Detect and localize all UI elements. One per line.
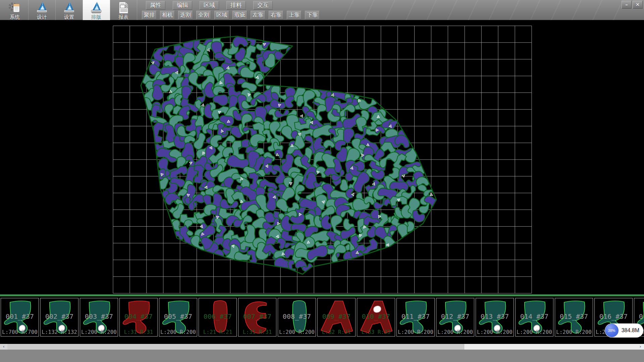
part-lr-count: L:31 R:31 — [238, 329, 276, 335]
minimize-button[interactable]: – — [622, 1, 632, 9]
main-button-label: 设置 — [64, 14, 74, 20]
menu-button-区域[interactable]: 区域 — [200, 1, 219, 10]
main-button-label: 系统 — [10, 14, 20, 20]
part-name: 008_#37 — [278, 312, 316, 320]
part-lr-count: L:200 R:200 — [159, 329, 197, 335]
part-tile-003_#37[interactable]: 003_#37 L:200 R:200 — [80, 298, 118, 337]
part-lr-count: L:31 R:31 — [120, 329, 157, 335]
tool-button-选割[interactable]: 选割 — [178, 11, 193, 19]
part-name: 012_#37 — [436, 312, 474, 320]
progress-circle: 38% — [605, 324, 619, 337]
part-name: 016_#37 — [595, 312, 632, 320]
part-tile-004_#37[interactable]: 004_#37 L:31 R:31 — [119, 298, 158, 337]
main-button-label: 排版 — [91, 14, 101, 20]
part-lr-count: L:32 R:31 — [318, 329, 355, 335]
settings-ruler-icon — [63, 2, 75, 14]
part-tile-007_#37[interactable]: 007_#37 L:31 R:31 — [238, 298, 276, 337]
main-toolbar: 系统 设计 设置 排版 报表 — [1, 0, 137, 20]
part-lr-count: L:700 R:700 — [1, 329, 39, 335]
nesting-ruler-icon — [90, 2, 103, 14]
memory-badge: 38% 384.8M — [605, 323, 643, 338]
defect-hole — [374, 306, 381, 313]
part-lr-count: L:21 R:21 — [199, 329, 236, 335]
parts-strip: 001_#37 L:700 R:700 002_#37 L:132 R:132 … — [0, 295, 644, 339]
part-tile-015_#37[interactable]: 015_#37 L:200 R:200 — [555, 298, 593, 337]
tool-button-聚排[interactable]: 聚排 — [142, 11, 157, 19]
part-tile-002_#37[interactable]: 002_#37 L:132 R:132 — [40, 298, 78, 337]
strip-accent-line — [0, 295, 644, 296]
part-name: 004_#37 — [120, 312, 157, 320]
part-lr-count: L:132 R:132 — [41, 329, 78, 335]
design-ruler-icon — [36, 2, 48, 14]
part-lr-count: L:200 R:200 — [516, 329, 553, 335]
part-name: 007_#37 — [238, 312, 276, 320]
part-name: 009_#37 — [318, 312, 355, 320]
part-tile-014_#37[interactable]: 014_#37 L:200 R:200 — [515, 298, 553, 337]
horizontal-scrollbar[interactable]: ‹ › — [0, 344, 644, 350]
close-button[interactable]: ✕ — [633, 1, 643, 9]
part-tile-012_#37[interactable]: 012_#37 L:200 R:200 — [436, 298, 474, 337]
part-lr-count: L:200 R:200 — [397, 329, 434, 335]
part-name: 011_#37 — [397, 312, 434, 320]
part-tile-008_#37[interactable]: 008_#37 L:200 R:200 — [278, 298, 316, 337]
parts-tile-list: 001_#37 L:700 R:700 002_#37 L:132 R:132 … — [1, 298, 644, 337]
part-name: 015_#37 — [555, 312, 593, 320]
part-name: 013_#37 — [476, 312, 514, 320]
memory-value: 384.8M — [622, 327, 639, 334]
tool-button-上靠[interactable]: 上靠 — [287, 11, 302, 19]
menu-button-交互[interactable]: 交互 — [253, 1, 273, 10]
scroll-left-button[interactable]: ‹ — [0, 344, 7, 350]
menu-bar: 属性编辑区域排料交互 — [146, 1, 280, 10]
part-tile-011_#37[interactable]: 011_#37 L:200 R:200 — [396, 298, 435, 337]
nesting-layout-drawing — [0, 20, 644, 295]
main-button-设计[interactable]: 设计 — [29, 0, 56, 20]
window-controls: – ✕ — [622, 1, 643, 9]
tool-button-区域[interactable]: 区域 — [214, 11, 229, 19]
part-lr-count: L:200 R:200 — [80, 329, 118, 335]
part-name: 001_#37 — [1, 312, 39, 320]
part-name: 005_#37 — [159, 312, 197, 320]
part-tile-005_#37[interactable]: 005_#37 L:200 R:200 — [159, 298, 197, 337]
tool-bar: 聚排相机选割全割区域瑕疵左靠右靠上靠下靠 — [142, 11, 323, 19]
main-button-报表[interactable]: 报表 — [110, 0, 137, 20]
scrollbar-thumb[interactable] — [7, 344, 464, 350]
part-lr-count: L:200 R:200 — [555, 329, 593, 335]
part-name: 002_#37 — [41, 312, 78, 320]
part-lr-count: L:33 R:33 — [357, 329, 395, 335]
part-lr-count: L:200 R:200 — [436, 329, 474, 335]
ribbon-toolbar: 系统 设计 设置 排版 报表 属性编辑区域排料交互 — [0, 0, 644, 20]
tool-button-相机[interactable]: 相机 — [160, 11, 175, 19]
menu-button-编辑[interactable]: 编辑 — [173, 1, 192, 10]
main-button-label: 报表 — [118, 14, 128, 20]
main-button-label: 设计 — [37, 14, 47, 20]
part-lr-count: L:200 R:200 — [278, 329, 316, 335]
tool-button-瑕疵[interactable]: 瑕疵 — [232, 11, 247, 19]
part-lr-count: L:200 R:200 — [476, 329, 514, 335]
part-tile-006_#37[interactable]: 006_#37 L:21 R:21 — [199, 298, 237, 337]
part-tile-001_#37[interactable]: 001_#37 L:700 R:700 — [1, 298, 39, 337]
main-button-排版[interactable]: 排版 — [83, 0, 110, 20]
nested-pieces — [139, 30, 443, 275]
tool-button-左靠[interactable]: 左靠 — [251, 11, 265, 19]
part-name: 017_#37 — [634, 312, 644, 320]
menu-button-排料[interactable]: 排料 — [226, 1, 246, 10]
main-button-设置[interactable]: 设置 — [56, 0, 83, 20]
part-name: 003_#37 — [80, 312, 118, 320]
part-tile-009_#37[interactable]: 009_#37 L:32 R:31 — [317, 298, 356, 337]
part-name: 006_#37 — [199, 312, 236, 320]
report-doc-icon — [117, 2, 129, 14]
main-button-系统[interactable]: 系统 — [1, 0, 29, 20]
system-gear-icon — [8, 2, 21, 14]
scroll-right-button[interactable]: › — [637, 344, 644, 350]
status-bar — [0, 350, 644, 362]
tool-button-全割[interactable]: 全割 — [196, 11, 211, 19]
part-name: 014_#37 — [516, 312, 553, 320]
tool-button-右靠[interactable]: 右靠 — [269, 11, 283, 19]
strip-accent-line-2 — [0, 296, 644, 297]
menu-button-属性[interactable]: 属性 — [146, 1, 165, 10]
part-tile-010_#37[interactable]: 010_#37 L:33 R:33 — [357, 298, 395, 337]
part-name: 010_#37 — [357, 312, 395, 320]
tool-button-下靠[interactable]: 下靠 — [305, 11, 320, 19]
part-tile-013_#37[interactable]: 013_#37 L:200 R:200 — [476, 298, 514, 337]
nesting-canvas[interactable] — [0, 20, 644, 295]
